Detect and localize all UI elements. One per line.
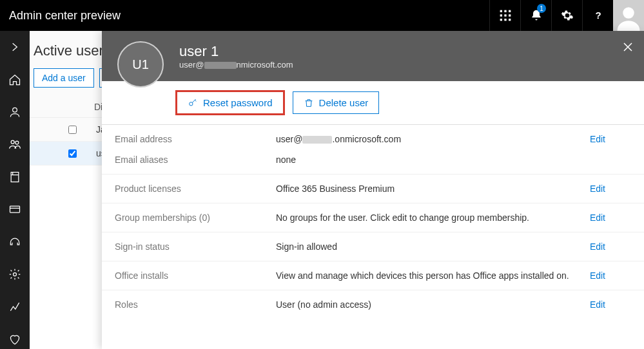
- delete-user-label: Delete user: [319, 97, 369, 108]
- row-checkbox[interactable]: [68, 149, 77, 158]
- flyout-head-text: user 1 user@nmicrosoft.com: [179, 43, 293, 70]
- detail-label: Group memberships (0): [115, 212, 276, 223]
- svg-rect-7: [504, 19, 506, 21]
- flyout-user-email: user@nmicrosoft.com: [179, 60, 293, 70]
- row-email-aliases: Email aliases none: [102, 153, 644, 174]
- row-office-installs: Office installs View and manage which de…: [102, 261, 644, 290]
- svg-point-17: [190, 102, 193, 105]
- svg-rect-8: [509, 19, 511, 21]
- email-prefix: user@: [179, 60, 204, 70]
- svg-point-16: [14, 273, 17, 276]
- detail-rows: Email address user@.onmicrosoft.com Edit…: [102, 124, 644, 349]
- close-icon[interactable]: [622, 41, 634, 55]
- svg-rect-0: [500, 10, 502, 12]
- edit-link[interactable]: Edit: [590, 270, 631, 281]
- notifications-badge: 1: [537, 4, 546, 13]
- email-masked: [302, 136, 332, 144]
- waffle-icon[interactable]: [489, 0, 520, 31]
- detail-value: Office 365 Business Premium: [276, 184, 590, 194]
- bell-icon[interactable]: 1: [520, 0, 551, 31]
- svg-rect-2: [509, 10, 511, 12]
- email-suffix: nmicrosoft.com: [237, 60, 293, 70]
- flyout-actions: Reset password Delete user: [102, 81, 644, 124]
- user-avatar-initials: U1: [117, 41, 164, 88]
- key-icon: [188, 98, 198, 108]
- detail-label: Email aliases: [115, 155, 276, 165]
- detail-label: Roles: [115, 299, 276, 310]
- svg-point-11: [13, 108, 17, 112]
- resources-icon[interactable]: [0, 167, 30, 187]
- user-flyout-panel: U1 user 1 user@nmicrosoft.com Reset pass…: [102, 31, 644, 349]
- flyout-user-name: user 1: [179, 43, 293, 60]
- support-icon[interactable]: [0, 232, 30, 251]
- reset-password-button[interactable]: Reset password: [177, 91, 284, 114]
- detail-label: Product licenses: [115, 184, 276, 194]
- svg-rect-3: [500, 14, 502, 16]
- groups-icon[interactable]: [0, 135, 30, 154]
- detail-value: Sign-in allowed: [276, 241, 590, 252]
- row-roles: Roles User (no admin access) Edit: [102, 290, 644, 319]
- gear-icon[interactable]: [551, 0, 582, 31]
- row-group-memberships: Group memberships (0) No groups for the …: [102, 203, 644, 232]
- row-product-licenses: Product licenses Office 365 Business Pre…: [102, 174, 644, 203]
- settings-icon[interactable]: [0, 265, 30, 284]
- detail-label: Sign-in status: [115, 241, 276, 252]
- edit-link[interactable]: Edit: [590, 184, 631, 194]
- svg-point-10: [623, 7, 634, 19]
- health-icon[interactable]: [0, 330, 30, 349]
- edit-link[interactable]: Edit: [590, 134, 631, 144]
- svg-text:?: ?: [595, 10, 601, 21]
- billing-icon[interactable]: [0, 200, 30, 219]
- detail-value: user@.onmicrosoft.com: [276, 134, 590, 144]
- avatar[interactable]: [613, 0, 644, 31]
- svg-rect-14: [11, 172, 19, 182]
- delete-user-button[interactable]: Delete user: [293, 91, 380, 114]
- detail-label: Email address: [115, 134, 276, 144]
- detail-value: User (no admin access): [276, 299, 590, 310]
- home-icon[interactable]: [0, 70, 30, 89]
- svg-rect-1: [504, 10, 506, 12]
- add-user-button[interactable]: Add a user: [34, 68, 94, 88]
- leftnav: [0, 31, 30, 349]
- svg-point-13: [15, 141, 19, 144]
- flyout-header: U1 user 1 user@nmicrosoft.com: [102, 31, 644, 81]
- svg-rect-15: [10, 206, 20, 212]
- user-icon[interactable]: [0, 102, 30, 122]
- svg-point-12: [11, 141, 14, 144]
- email-suffix: .onmicrosoft.com: [332, 134, 401, 144]
- reports-icon[interactable]: [0, 297, 30, 316]
- detail-value: none: [276, 155, 605, 165]
- row-email-address: Email address user@.onmicrosoft.com Edit: [102, 124, 644, 153]
- svg-rect-6: [500, 19, 502, 21]
- svg-rect-4: [504, 14, 506, 16]
- edit-link[interactable]: Edit: [590, 241, 631, 252]
- detail-value: No groups for the user. Click edit to ch…: [276, 212, 590, 223]
- detail-value: View and manage which devices this perso…: [276, 270, 590, 281]
- email-masked: [204, 62, 237, 69]
- row-signin-status: Sign-in status Sign-in allowed Edit: [102, 232, 644, 261]
- app-title: Admin center preview: [9, 9, 121, 23]
- edit-link[interactable]: Edit: [590, 212, 631, 223]
- topbar-actions: 1 ?: [489, 0, 644, 31]
- reset-password-label: Reset password: [203, 97, 273, 108]
- edit-link[interactable]: Edit: [590, 299, 631, 310]
- svg-rect-5: [509, 14, 511, 16]
- email-prefix: user@: [276, 134, 302, 144]
- nav-expand-icon[interactable]: [0, 37, 30, 57]
- row-checkbox[interactable]: [68, 126, 77, 134]
- detail-label: Office installs: [115, 270, 276, 281]
- help-icon[interactable]: ?: [582, 0, 613, 31]
- topbar: Admin center preview 1 ?: [0, 0, 644, 31]
- trash-icon: [304, 98, 314, 108]
